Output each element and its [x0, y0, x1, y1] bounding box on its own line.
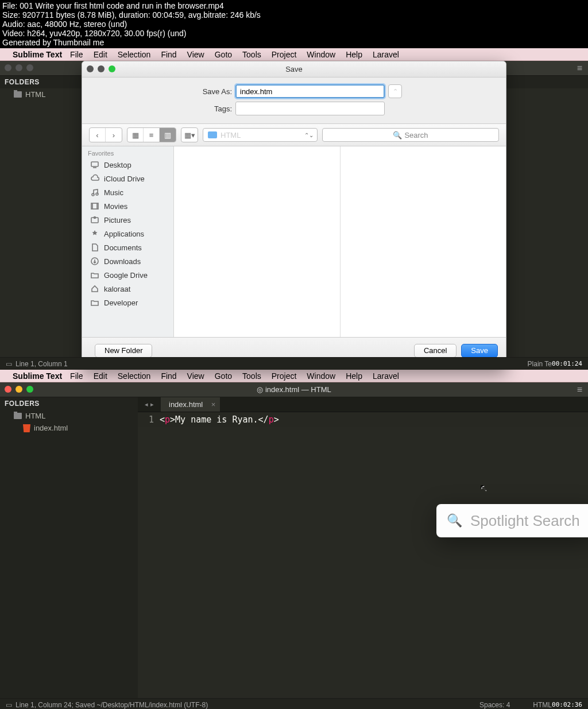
menu-file[interactable]: File: [70, 50, 83, 59]
group-button[interactable]: ▦▾: [181, 128, 198, 142]
favorite-applications[interactable]: Applications: [82, 227, 173, 241]
sidebar-bottom: FOLDERS HTML index.html: [0, 397, 138, 698]
editor[interactable]: 1 <p>My name is Ryan.</p>: [138, 412, 588, 427]
nav-back-forward: ‹ ›: [89, 127, 122, 142]
favorite-googledrive[interactable]: Google Drive: [82, 268, 173, 282]
sidebar-folder-html[interactable]: HTML: [0, 410, 138, 422]
favorites-header: Favorites: [82, 146, 173, 158]
panel-icon[interactable]: ▭: [6, 360, 12, 368]
home-icon: [90, 284, 99, 293]
menu-tools[interactable]: Tools: [242, 50, 261, 59]
sublime-window-bottom: ◎ index.html — HTML ≡ FOLDERS HTML index…: [0, 382, 588, 709]
favorite-developer[interactable]: Developer: [82, 296, 173, 309]
minimize-button[interactable]: [16, 386, 22, 393]
line-number: 1: [149, 414, 154, 425]
meta-audio: Audio: aac, 48000 Hz, stereo (und): [2, 20, 586, 29]
menu-goto[interactable]: Goto: [215, 50, 232, 59]
group-segment: ▦▾: [181, 127, 198, 142]
menu-tools[interactable]: Tools: [242, 371, 261, 381]
tags-input[interactable]: [235, 102, 385, 115]
tags-label: Tags:: [186, 104, 232, 113]
menu-view[interactable]: View: [187, 371, 204, 381]
nav-forward-button[interactable]: ›: [106, 128, 122, 142]
tab-index[interactable]: index.html ×: [161, 397, 220, 412]
menubar-top: Sublime Text File Edit Selection Find Vi…: [0, 48, 588, 61]
favorite-documents[interactable]: Documents: [82, 241, 173, 254]
menu-file[interactable]: File: [70, 371, 83, 381]
spotlight-input[interactable]: [470, 512, 583, 530]
favorite-pictures[interactable]: Pictures: [82, 213, 173, 227]
location-popup[interactable]: HTML ⌃⌄: [203, 128, 318, 142]
movies-icon: [90, 202, 99, 211]
cloud-icon: [90, 174, 99, 183]
menu-laravel[interactable]: Laravel: [373, 50, 399, 59]
save-as-input[interactable]: [235, 84, 385, 98]
sublime-window-top: ≡ FOLDERS HTML Save Save As: ⌃ Tags:: [0, 61, 588, 370]
status-spaces[interactable]: Spaces: 4: [479, 701, 510, 709]
hamburger-icon[interactable]: ≡: [577, 385, 582, 395]
menu-laravel[interactable]: Laravel: [373, 371, 399, 381]
mouse-cursor-icon: ↖: [479, 482, 487, 493]
status-left-top: Line 1, Column 1: [16, 360, 68, 368]
dialog-min-dim[interactable]: [98, 65, 105, 72]
menu-project[interactable]: Project: [272, 371, 297, 381]
menu-selection[interactable]: Selection: [118, 50, 151, 59]
tab-nav[interactable]: ◂ ▸: [138, 397, 161, 412]
menu-window[interactable]: Window: [307, 50, 335, 59]
menu-help[interactable]: Help: [346, 371, 362, 381]
favorite-movies[interactable]: Movies: [82, 199, 173, 213]
menu-edit[interactable]: Edit: [94, 371, 107, 381]
menubar-bottom: Sublime Text File Edit Selection Find Vi…: [0, 370, 588, 382]
desktop-icon: [90, 160, 99, 169]
dialog-close-dim[interactable]: [87, 65, 94, 72]
menu-find[interactable]: Find: [161, 50, 176, 59]
column-middle[interactable]: [174, 146, 341, 337]
menu-goto[interactable]: Goto: [215, 371, 232, 381]
cancel-button[interactable]: Cancel: [414, 344, 457, 358]
column-right[interactable]: [341, 146, 506, 337]
menu-view[interactable]: View: [187, 50, 204, 59]
favorites-sidebar: Favorites Desktop iCloud Drive Music Mov…: [82, 146, 174, 337]
search-field[interactable]: 🔍 Search: [322, 128, 499, 142]
statusbar-top: ▭ Line 1, Column 1 Plain Te 00:01:24: [0, 357, 588, 370]
app-name[interactable]: Sublime Text: [13, 371, 62, 381]
downloads-icon: [90, 257, 99, 266]
favorite-icloud[interactable]: iCloud Drive: [82, 172, 173, 185]
tab-label: index.html: [169, 400, 203, 409]
view-icons-button[interactable]: ▦: [127, 128, 144, 142]
spotlight-search[interactable]: 🔍: [436, 504, 588, 537]
menu-project[interactable]: Project: [272, 50, 297, 59]
meta-video: Video: h264, yuv420p, 1280x720, 30.00 fp…: [2, 29, 586, 38]
status-left-bottom: Line 1, Column 24; Saved ~/Desktop/HTML/…: [16, 701, 208, 709]
status-lang[interactable]: HTML: [533, 701, 552, 709]
favorite-kaloraat[interactable]: kaloraat: [82, 282, 173, 296]
menu-window[interactable]: Window: [307, 371, 335, 381]
zoom-button-dim[interactable]: [26, 64, 33, 71]
menu-help[interactable]: Help: [346, 50, 362, 59]
favorite-desktop[interactable]: Desktop: [82, 158, 173, 172]
tab-close-icon[interactable]: ×: [211, 400, 216, 409]
favorite-music[interactable]: Music: [82, 185, 173, 199]
menu-find[interactable]: Find: [161, 371, 176, 381]
minimize-button-dim[interactable]: [16, 64, 22, 71]
close-button[interactable]: [5, 386, 11, 393]
view-columns-button[interactable]: ▥: [160, 128, 176, 142]
search-icon: 🔍: [447, 513, 462, 528]
menu-edit[interactable]: Edit: [94, 50, 107, 59]
zoom-button[interactable]: [26, 386, 33, 393]
hamburger-icon[interactable]: ≡: [577, 63, 582, 73]
save-button[interactable]: Save: [461, 344, 498, 358]
folder-icon: [90, 298, 99, 307]
sidebar-file-index[interactable]: index.html: [0, 422, 138, 434]
panel-icon[interactable]: ▭: [6, 701, 12, 709]
new-folder-button[interactable]: New Folder: [95, 344, 152, 358]
view-list-button[interactable]: ≡: [144, 128, 160, 142]
close-button-dim[interactable]: [5, 64, 11, 71]
app-name[interactable]: Sublime Text: [13, 50, 62, 59]
nav-back-button[interactable]: ‹: [90, 128, 106, 142]
favorite-downloads[interactable]: Downloads: [82, 254, 173, 268]
disclosure-button[interactable]: ⌃: [388, 84, 402, 98]
dialog-zoom[interactable]: [109, 65, 115, 72]
menu-selection[interactable]: Selection: [118, 371, 151, 381]
svg-point-1: [92, 193, 94, 196]
